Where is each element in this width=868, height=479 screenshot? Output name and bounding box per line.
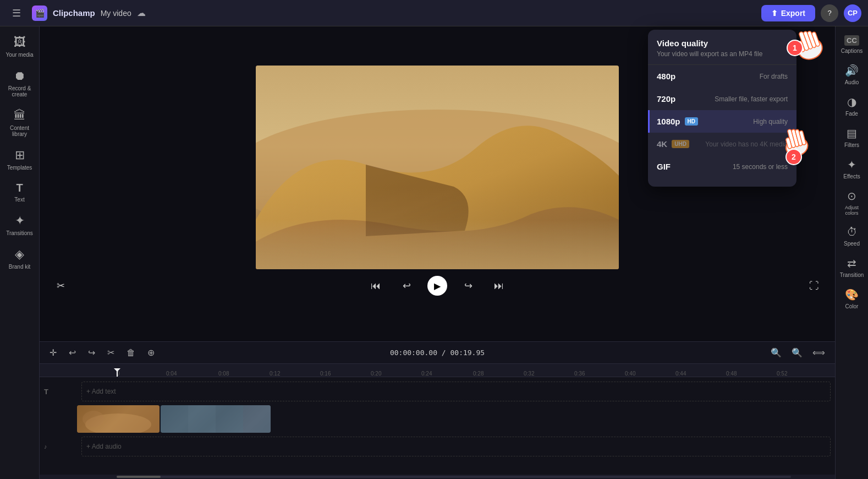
sidebar-item-text[interactable]: T Text [2,177,37,207]
ruler-mark: 0:24 [421,371,432,377]
scrollbar-track[interactable] [117,476,791,478]
dropdown-title: Video quality [657,39,788,48]
timeline-area: ✛ ↩ ↪ ✂ 🗑 ⊕ 00:00:00.00 / 00:19.95 🔍 🔍 ⟺… [40,341,835,479]
ruler-mark: 0:04 [166,371,177,377]
sidebar-item-label: Brand kit [9,264,30,270]
video-clip-1[interactable] [77,405,160,433]
fade-icon: ◑ [847,95,856,108]
ruler-mark: 0:32 [524,371,534,377]
play-button[interactable]: ▶ [427,276,447,296]
panel-item-captions[interactable]: CC Captions [837,31,867,58]
sidebar-item-label: Your media [6,52,33,58]
export-label: Export [781,9,805,18]
quality-desc: For drafts [760,73,788,80]
timeline-toolbar: ✛ ↩ ↪ ✂ 🗑 ⊕ 00:00:00.00 / 00:19.95 🔍 🔍 ⟺ [40,342,835,364]
video-clip-2[interactable] [161,405,271,433]
quality-label: GIF [657,162,671,171]
playback-controls: ✂ ⏮ ↩ ▶ ↪ ⏭ ⛶ [51,269,824,302]
svg-rect-8 [188,405,216,433]
sidebar-item-transitions[interactable]: ✦ Transitions [2,209,37,241]
skip-end-button[interactable]: ⏭ [489,276,509,296]
zoom-out-button[interactable]: 🔍 [767,345,785,360]
sidebar-item-templates[interactable]: ⊞ Templates [2,144,37,175]
svg-rect-7 [161,405,188,433]
panel-item-audio[interactable]: 🔊 Audio [837,59,867,90]
video-preview [256,66,619,269]
topbar-right: ⬆ Export ? CP [761,4,861,22]
right-panel: CC Captions 🔊 Audio ◑ Fade ▤ Filters ✦ E… [835,26,868,479]
quality-option-gif[interactable]: GIF 15 seconds or less [648,155,796,178]
captions-icon: CC [844,35,859,46]
select-tool-button[interactable]: ✛ [46,345,60,360]
panel-item-filters[interactable]: ▤ Filters [837,122,867,153]
topbar: ☰ 🎬 Clipchamp My video ☁ ⬆ Export ? CP [0,0,868,26]
quality-label: 4K [657,139,667,149]
redo-button[interactable]: ↪ [85,345,98,360]
video-title[interactable]: My video [101,9,131,18]
help-button[interactable]: ? [821,4,838,22]
brand-kit-icon: ◈ [15,247,24,262]
sidebar-item-label: Contentlibrary [10,125,29,137]
sidebar-item-label: Record &create [8,85,31,97]
panel-item-speed[interactable]: ⏱ Speed [837,221,867,251]
delete-button[interactable]: 🗑 [123,346,139,360]
panel-item-label: Filters [844,142,859,148]
quality-desc: Smaller file, faster export [715,95,788,103]
add-audio-area[interactable]: + Add audio [81,437,831,456]
quality-label: 480p [657,72,675,81]
quality-label: 720p [657,94,675,104]
user-avatar[interactable]: CP [844,4,861,22]
hamburger-menu-button[interactable]: ☰ [7,3,26,23]
panel-item-fade[interactable]: ◑ Fade [837,91,867,121]
timeline-scrollbar[interactable] [40,475,835,479]
zoom-in-button[interactable]: 🔍 [788,345,806,360]
scrollbar-thumb[interactable] [117,476,161,478]
left-sidebar: 🖼 Your media ⏺ Record &create 🏛 Contentl… [0,26,40,479]
app-logo: 🎬 [32,6,47,21]
text-track-row: T + Add text [40,379,835,404]
quality-option-720p[interactable]: 720p Smaller file, faster export [648,88,796,110]
cloud-sync-icon: ☁ [137,8,146,18]
quality-option-1080p[interactable]: 1080p HD High quality [648,110,796,133]
transition-icon: ⇄ [847,257,856,270]
sidebar-item-record-create[interactable]: ⏺ Record &create [2,64,37,102]
ruler-mark: 0:20 [371,371,381,377]
text-icon: T [16,182,23,194]
forward-5s-button[interactable]: ↪ [458,276,478,296]
speed-icon: ⏱ [847,226,858,238]
fullscreen-button[interactable]: ⛶ [804,276,824,296]
panel-item-transition[interactable]: ⇄ Transition [837,252,867,282]
transitions-icon: ✦ [15,214,25,228]
rewind-5s-button[interactable]: ↩ [397,276,416,296]
dropdown-header: Video quality Your video will export as … [648,39,796,65]
your-media-icon: 🖼 [14,35,26,50]
export-button[interactable]: ⬆ Export [761,5,815,21]
content-library-icon: 🏛 [14,108,26,123]
filters-icon: ▤ [847,127,857,140]
sidebar-item-content-library[interactable]: 🏛 Contentlibrary [2,104,37,141]
panel-item-label: Captions [841,48,862,54]
more-options-button[interactable]: ⊕ [144,345,158,360]
undo-button[interactable]: ↩ [65,345,79,360]
ruler-mark: 0:12 [270,371,280,377]
sidebar-item-your-media[interactable]: 🖼 Your media [2,31,37,62]
effects-icon: ✦ [847,158,856,171]
add-text-area[interactable]: + Add text [81,382,831,401]
ruler-mark: 0:28 [473,371,484,377]
video-clips [77,405,831,433]
panel-item-effects[interactable]: ✦ Effects [837,154,867,184]
cut-button[interactable]: ✂ [104,345,118,360]
export-icon: ⬆ [771,9,778,18]
ruler-mark: 0:08 [218,371,229,377]
skip-start-button[interactable]: ⏮ [366,276,386,296]
fit-button[interactable]: ⟺ [809,345,828,360]
quality-option-480p[interactable]: 480p For drafts [648,65,796,88]
panel-item-adjust-colors[interactable]: ⊙ Adjust colors [837,185,867,220]
quality-left: 4K UHD [657,139,689,149]
panel-item-color[interactable]: 🎨 Color [837,284,867,314]
sidebar-item-brand-kit[interactable]: ◈ Brand kit [2,243,37,274]
app-name: Clipchamp [53,8,95,18]
templates-icon: ⊞ [15,148,25,162]
panel-item-label: Audio [845,79,859,85]
crop-icon-btn[interactable]: ✂ [51,276,70,296]
